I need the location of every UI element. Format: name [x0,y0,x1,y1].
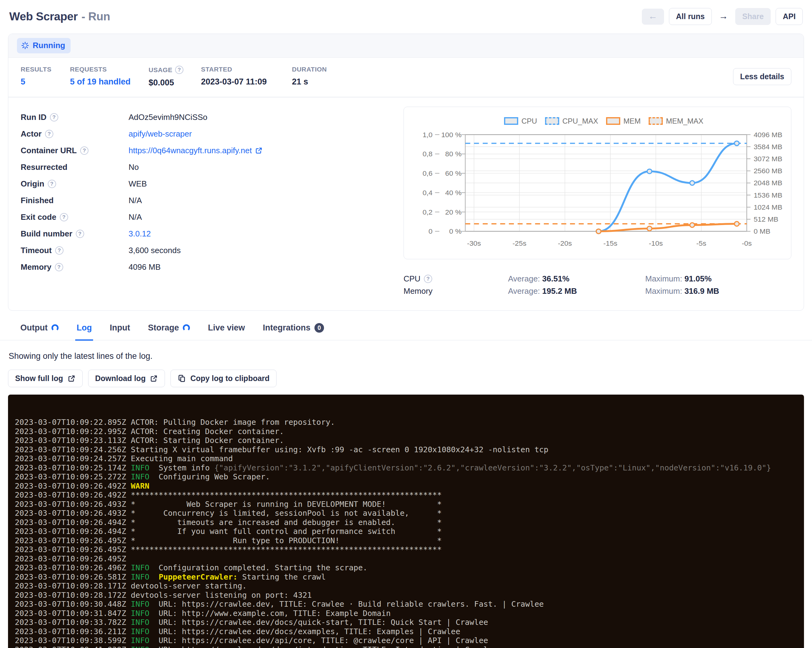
detail-label-text: Build number [21,229,72,239]
external-link-icon [255,147,263,154]
svg-text:0 MB: 0 MB [754,227,770,235]
svg-text:-30s: -30s [467,239,481,247]
detail-label-text: Resurrected [21,162,67,172]
download-log-button[interactable]: Download log [88,370,165,387]
next-run-button[interactable]: → [717,9,730,24]
log-line: 2023-03-07T10:09:41.939Z INFO URL: https… [15,645,804,648]
running-spinner-icon [21,42,29,49]
log-line: 2023-03-07T10:09:26.495Z * Run type to P… [15,536,804,545]
copy-log-button[interactable]: Copy log to clipboard [171,370,276,387]
log-timestamp: 2023-03-07T10:09:25.272Z [15,472,126,481]
legend-swatch [545,117,559,125]
legend-item-mem_max[interactable]: MEM_MAX [649,117,703,125]
stat-results-value[interactable]: 5 [21,77,70,87]
log-segment: Starting the crawl [238,572,326,581]
log-line: 2023-03-07T10:09:33.782Z INFO URL: https… [15,618,804,627]
log-segment: devtools-server starting. [126,581,247,590]
help-icon[interactable]: ? [50,113,58,122]
log-line: 2023-03-07T10:09:26.581Z INFO PuppeteerC… [15,572,804,582]
svg-text:1,0: 1,0 [423,130,432,139]
log-segment: INFO [131,645,149,648]
legend-item-cpu_max[interactable]: CPU_MAX [545,117,598,125]
help-icon[interactable]: ? [76,230,84,238]
detail-label-text: Timeout [21,246,52,255]
stat-requests-value[interactable]: 5 of 19 handled [70,77,149,87]
help-icon[interactable]: ? [45,130,53,138]
help-icon[interactable]: ? [60,213,68,221]
share-button[interactable]: Share [735,8,771,25]
log-actions: Show full log Download log Copy log to c… [8,370,812,387]
log-timestamp: 2023-03-07T10:09:33.782Z [15,618,126,627]
help-icon[interactable]: ? [48,180,56,188]
log-timestamp: 2023-03-07T10:09:26.493Z [15,500,126,509]
svg-text:-15s: -15s [603,239,617,247]
svg-text:-20s: -20s [558,239,572,247]
log-segment: URL: https://crawlee.dev/docs/introducti… [150,645,498,648]
log-segment: INFO [131,618,149,627]
legend-label: MEM_MAX [666,117,703,125]
all-runs-button[interactable]: All runs [669,8,712,25]
help-icon[interactable]: ? [80,146,89,155]
legend-label: CPU [521,117,537,125]
tab-output[interactable]: Output [19,319,60,341]
previous-run-button[interactable]: ← [642,9,664,24]
tab-storage[interactable]: Storage [147,319,191,341]
log-terminal[interactable]: 2023-03-07T10:09:22.895Z ACTOR: Pulling … [8,395,804,648]
svg-text:100 %: 100 % [441,130,461,139]
detail-value-text: N/A [128,196,142,205]
log-timestamp: 2023-03-07T10:09:26.492Z [15,482,126,491]
help-icon[interactable]: ? [424,275,432,283]
page-header: Web Scraper- Run ← All runs → Share API [0,0,812,31]
svg-text:0,2: 0,2 [423,208,432,216]
log-line: 2023-03-07T10:09:26.493Z * Concurrency i… [15,509,804,518]
log-timestamp: 2023-03-07T10:09:26.494Z [15,527,126,536]
log-line: 2023-03-07T10:09:22.995Z ACTOR: Creating… [15,427,804,436]
stat-usage: USAGE? $0.005 [149,66,201,88]
log-segment: * Run type to PRODUCTION! * [126,536,442,545]
help-icon[interactable]: ? [55,246,64,255]
legend-item-cpu[interactable]: CPU [504,117,537,125]
legend-item-mem[interactable]: MEM [606,117,641,125]
log-timestamp: 2023-03-07T10:09:24.257Z [15,454,126,463]
show-full-log-button[interactable]: Show full log [8,370,82,387]
log-segment [126,464,131,472]
tab-integrations[interactable]: Integrations0 [262,319,325,341]
detail-value-text: WEB [128,179,147,189]
log-segment [126,472,131,481]
detail-value[interactable]: https://0q64wnacgyft.runs.apify.net [128,146,263,156]
detail-label-text: Container URL [21,146,77,156]
stat-requests: REQUESTS 5 of 19 handled [70,66,149,87]
detail-value[interactable]: apify/web-scraper [128,129,192,139]
tab-label: Live view [208,323,245,332]
detail-label-text: Finished [21,196,53,205]
log-line: 2023-03-07T10:09:38.599Z INFO URL: https… [15,636,804,645]
svg-text:0,4: 0,4 [423,189,432,197]
log-segment: Executing main command [126,454,233,463]
log-segment: Starting X virtual framebuffer using: Xv… [126,445,548,454]
less-details-button[interactable]: Less details [733,68,791,85]
help-icon[interactable]: ? [55,263,63,271]
detail-label: Actor? [21,129,128,139]
log-segment: INFO [131,627,149,636]
detail-label-text: Run ID [21,113,47,122]
detail-value-text: https://0q64wnacgyft.runs.apify.net [128,146,252,156]
detail-label: Exit code? [21,212,128,222]
metrics-chart: 1,00,80,60,40,20100 %80 %60 %40 %20 %0 %… [404,107,791,259]
detail-row: Run ID?AdOz5evimh9NCiSSo [21,109,403,126]
log-line: 2023-03-07T10:09:28.171Z devtools-server… [15,581,804,591]
log-timestamp: 2023-03-07T10:09:36.211Z [15,627,126,636]
detail-label-text: Origin [21,179,44,189]
detail-label: Memory? [21,262,128,272]
stat-duration: DURATION 21 s [292,66,327,87]
detail-value[interactable]: 3.0.12 [128,229,151,239]
help-icon[interactable]: ? [175,66,183,74]
api-button[interactable]: API [775,8,803,25]
log-segment [126,609,131,618]
log-timestamp: 2023-03-07T10:09:26.494Z [15,518,126,527]
tab-log[interactable]: Log [75,319,93,341]
detail-value: N/A [128,196,142,205]
tab-live-view[interactable]: Live view [206,319,246,341]
tab-input[interactable]: Input [108,319,131,341]
stat-usage-value: $0.005 [149,78,201,88]
svg-text:512 MB: 512 MB [754,215,778,223]
